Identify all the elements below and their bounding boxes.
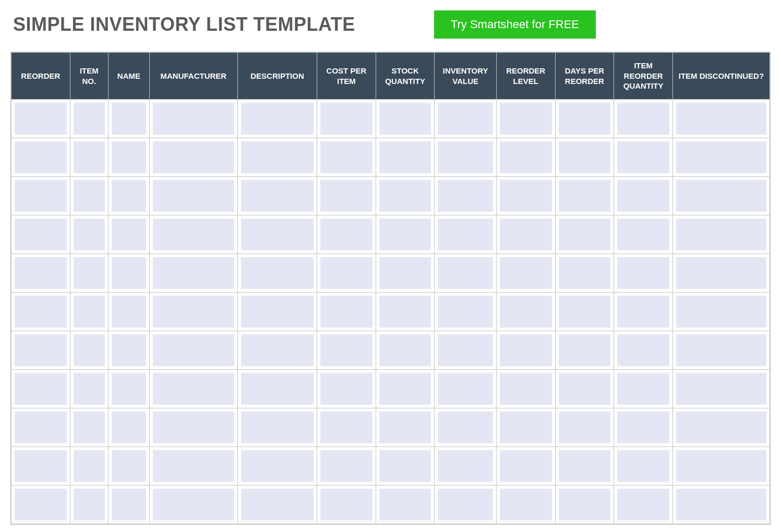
table-cell[interactable] <box>317 138 376 177</box>
table-cell[interactable] <box>149 447 237 486</box>
table-cell[interactable] <box>108 486 149 524</box>
table-cell[interactable] <box>70 215 108 254</box>
table-cell[interactable] <box>70 331 108 370</box>
table-cell[interactable] <box>672 215 770 254</box>
table-cell[interactable] <box>108 215 149 254</box>
table-cell[interactable] <box>376 447 435 486</box>
table-cell[interactable] <box>555 486 614 524</box>
table-cell[interactable] <box>496 100 555 138</box>
table-cell[interactable] <box>672 370 770 408</box>
table-cell[interactable] <box>70 370 108 408</box>
table-cell[interactable] <box>672 331 770 370</box>
table-cell[interactable] <box>11 331 70 370</box>
table-cell[interactable] <box>70 408 108 447</box>
table-cell[interactable] <box>672 177 770 215</box>
table-cell[interactable] <box>11 370 70 408</box>
table-cell[interactable] <box>317 293 376 331</box>
table-cell[interactable] <box>672 254 770 293</box>
table-cell[interactable] <box>149 486 237 524</box>
try-smartsheet-button[interactable]: Try Smartsheet for FREE <box>434 10 596 39</box>
table-cell[interactable] <box>70 447 108 486</box>
table-cell[interactable] <box>11 293 70 331</box>
table-cell[interactable] <box>108 293 149 331</box>
table-cell[interactable] <box>614 331 673 370</box>
table-cell[interactable] <box>317 100 376 138</box>
table-cell[interactable] <box>376 293 435 331</box>
table-cell[interactable] <box>70 100 108 138</box>
table-cell[interactable] <box>614 370 673 408</box>
table-cell[interactable] <box>317 370 376 408</box>
table-cell[interactable] <box>237 100 317 138</box>
table-cell[interactable] <box>70 177 108 215</box>
table-cell[interactable] <box>11 447 70 486</box>
table-cell[interactable] <box>317 215 376 254</box>
table-cell[interactable] <box>614 215 673 254</box>
table-cell[interactable] <box>496 370 555 408</box>
table-cell[interactable] <box>237 254 317 293</box>
table-cell[interactable] <box>317 447 376 486</box>
table-cell[interactable] <box>555 447 614 486</box>
table-cell[interactable] <box>614 254 673 293</box>
table-cell[interactable] <box>555 215 614 254</box>
table-cell[interactable] <box>614 100 673 138</box>
table-cell[interactable] <box>376 138 435 177</box>
table-cell[interactable] <box>376 215 435 254</box>
table-cell[interactable] <box>376 100 435 138</box>
table-cell[interactable] <box>70 254 108 293</box>
table-cell[interactable] <box>435 100 496 138</box>
table-cell[interactable] <box>108 254 149 293</box>
table-cell[interactable] <box>237 177 317 215</box>
table-cell[interactable] <box>11 408 70 447</box>
table-cell[interactable] <box>108 331 149 370</box>
table-cell[interactable] <box>149 408 237 447</box>
table-cell[interactable] <box>496 408 555 447</box>
table-cell[interactable] <box>555 177 614 215</box>
table-cell[interactable] <box>237 138 317 177</box>
table-cell[interactable] <box>237 486 317 524</box>
table-cell[interactable] <box>672 447 770 486</box>
table-cell[interactable] <box>376 486 435 524</box>
table-cell[interactable] <box>376 177 435 215</box>
table-cell[interactable] <box>435 408 496 447</box>
table-cell[interactable] <box>496 177 555 215</box>
table-cell[interactable] <box>672 293 770 331</box>
table-cell[interactable] <box>149 177 237 215</box>
table-cell[interactable] <box>11 177 70 215</box>
table-cell[interactable] <box>237 447 317 486</box>
table-cell[interactable] <box>11 254 70 293</box>
table-cell[interactable] <box>435 215 496 254</box>
table-cell[interactable] <box>555 370 614 408</box>
table-cell[interactable] <box>672 408 770 447</box>
table-cell[interactable] <box>149 254 237 293</box>
table-cell[interactable] <box>614 138 673 177</box>
table-cell[interactable] <box>376 254 435 293</box>
table-cell[interactable] <box>496 293 555 331</box>
table-cell[interactable] <box>149 370 237 408</box>
table-cell[interactable] <box>496 486 555 524</box>
table-cell[interactable] <box>149 215 237 254</box>
table-cell[interactable] <box>149 331 237 370</box>
table-cell[interactable] <box>672 138 770 177</box>
table-cell[interactable] <box>237 215 317 254</box>
table-cell[interactable] <box>237 331 317 370</box>
table-cell[interactable] <box>496 215 555 254</box>
table-cell[interactable] <box>317 254 376 293</box>
table-cell[interactable] <box>435 293 496 331</box>
table-cell[interactable] <box>108 177 149 215</box>
table-cell[interactable] <box>555 138 614 177</box>
table-cell[interactable] <box>108 447 149 486</box>
table-cell[interactable] <box>555 331 614 370</box>
table-cell[interactable] <box>555 100 614 138</box>
table-cell[interactable] <box>435 254 496 293</box>
table-cell[interactable] <box>435 177 496 215</box>
table-cell[interactable] <box>317 486 376 524</box>
table-cell[interactable] <box>108 100 149 138</box>
table-cell[interactable] <box>108 408 149 447</box>
table-cell[interactable] <box>614 486 673 524</box>
table-cell[interactable] <box>11 100 70 138</box>
table-cell[interactable] <box>376 370 435 408</box>
table-cell[interactable] <box>435 138 496 177</box>
table-cell[interactable] <box>435 331 496 370</box>
table-cell[interactable] <box>149 100 237 138</box>
table-cell[interactable] <box>435 370 496 408</box>
